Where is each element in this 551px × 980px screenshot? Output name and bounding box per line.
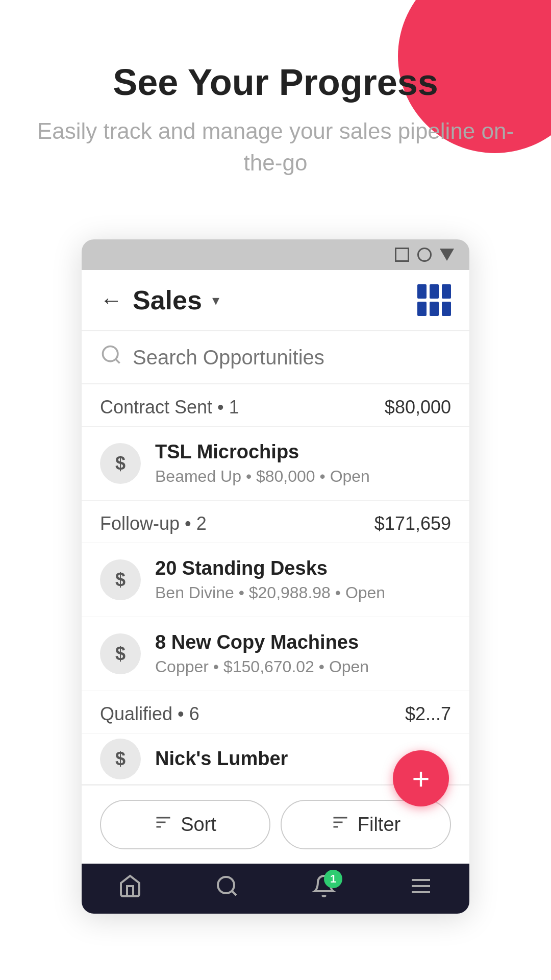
qualified-amount: $2...7 xyxy=(405,703,451,725)
item-sub: Ben Divine • $20,988.98 • Open xyxy=(155,583,385,602)
search-icon xyxy=(100,344,122,371)
hero-subtitle: Easily track and manage your sales pipel… xyxy=(31,115,520,178)
hero-section: See Your Progress Easily track and manag… xyxy=(0,0,551,209)
avatar: $ xyxy=(100,559,141,600)
avatar: $ xyxy=(100,633,141,674)
item-sub: Beamed Up • $80,000 • Open xyxy=(155,467,370,486)
contract-sent-amount: $80,000 xyxy=(385,397,451,418)
search-bar[interactable] xyxy=(82,331,469,384)
filter-icon xyxy=(331,813,349,836)
filter-button[interactable]: Filter xyxy=(281,800,451,849)
contract-sent-label: Contract Sent • 1 xyxy=(100,397,239,418)
hero-title: See Your Progress xyxy=(31,61,520,103)
sort-label: Sort xyxy=(181,814,216,836)
item-name: TSL Microchips xyxy=(155,441,370,463)
view-toggle-button[interactable] xyxy=(417,284,451,316)
followup-amount: $171,659 xyxy=(374,513,451,534)
item-info: 8 New Copy Machines Copper • $150,670.02… xyxy=(155,631,369,676)
nav-search[interactable] xyxy=(215,874,239,898)
item-name: Nick's Lumber xyxy=(155,748,288,770)
svg-point-0 xyxy=(103,347,118,361)
contract-sent-header: Contract Sent • 1 $80,000 xyxy=(82,384,469,427)
qualified-header: Qualified • 6 $2...7 xyxy=(82,691,469,733)
item-info: 20 Standing Desks Ben Divine • $20,988.9… xyxy=(155,557,385,602)
item-name: 8 New Copy Machines xyxy=(155,631,369,653)
item-name: 20 Standing Desks xyxy=(155,557,385,579)
nav-home[interactable] xyxy=(118,874,142,898)
status-icon-circle xyxy=(417,248,432,262)
svg-point-8 xyxy=(218,877,234,893)
status-icon-signal xyxy=(440,249,454,261)
dropdown-arrow-icon[interactable]: ▾ xyxy=(212,292,219,309)
add-opportunity-button[interactable]: + xyxy=(393,750,449,806)
pipeline-title: Sales xyxy=(133,285,202,315)
item-info: Nick's Lumber xyxy=(155,748,288,770)
svg-line-1 xyxy=(116,359,120,363)
avatar: $ xyxy=(100,739,141,779)
bottom-nav: 1 xyxy=(82,864,469,914)
sort-icon xyxy=(154,813,172,836)
svg-line-9 xyxy=(232,891,236,895)
header-left: ← Sales ▾ xyxy=(100,285,219,315)
status-bar xyxy=(82,239,469,270)
nav-menu[interactable] xyxy=(409,874,433,898)
followup-label: Follow-up • 2 xyxy=(100,513,207,534)
status-icon-square xyxy=(395,248,409,262)
nav-notifications[interactable]: 1 xyxy=(312,874,336,898)
followup-header: Follow-up • 2 $171,659 xyxy=(82,501,469,543)
list-item[interactable]: $ 20 Standing Desks Ben Divine • $20,988… xyxy=(82,543,469,617)
list-item[interactable]: $ 8 New Copy Machines Copper • $150,670.… xyxy=(82,617,469,691)
sort-button[interactable]: Sort xyxy=(100,800,270,849)
item-info: TSL Microchips Beamed Up • $80,000 • Ope… xyxy=(155,441,370,486)
notification-badge: 1 xyxy=(324,870,342,888)
qualified-label: Qualified • 6 xyxy=(100,703,199,725)
list-item[interactable]: $ TSL Microchips Beamed Up • $80,000 • O… xyxy=(82,427,469,501)
item-sub: Copper • $150,670.02 • Open xyxy=(155,657,369,676)
search-input[interactable] xyxy=(133,346,451,369)
phone-mockup: ← Sales ▾ xyxy=(82,239,469,914)
avatar: $ xyxy=(100,443,141,484)
back-button[interactable]: ← xyxy=(100,287,122,313)
filter-label: Filter xyxy=(358,814,400,836)
app-header: ← Sales ▾ xyxy=(82,270,469,331)
